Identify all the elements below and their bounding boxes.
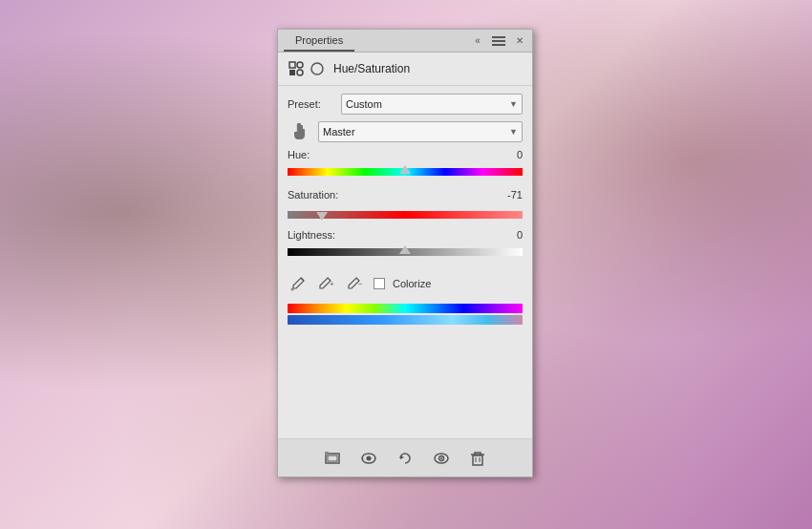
svg-rect-1 [297, 62, 303, 68]
hue-label-row: Hue: 0 [288, 149, 523, 160]
svg-marker-13 [400, 455, 404, 459]
preset-select[interactable]: Custom ▼ [341, 94, 523, 115]
adjusted-color-bar [288, 315, 523, 325]
light-value: 0 [494, 229, 523, 241]
delete-button[interactable] [467, 448, 488, 469]
svg-text:+: + [330, 280, 334, 288]
bottom-toolbar [278, 438, 532, 476]
circle-icon [309, 60, 326, 77]
svg-point-4 [311, 63, 323, 74]
eyedropper-colorize-row: + − Colorize [288, 273, 523, 294]
colorize-checkbox[interactable] [374, 278, 385, 289]
svg-rect-0 [289, 62, 295, 68]
panel-tabs: Properties [284, 31, 354, 52]
svg-point-16 [440, 457, 442, 459]
view-previous-button[interactable] [358, 448, 379, 469]
light-label: Lightness: [288, 229, 335, 241]
hue-label: Hue: [288, 149, 310, 160]
preset-label: Preset: [288, 98, 333, 110]
svg-text:−: − [358, 280, 363, 288]
collapse-button[interactable]: « [471, 34, 484, 48]
preset-value: Custom [346, 98, 382, 110]
reset-button[interactable] [395, 448, 416, 469]
svg-rect-2 [289, 70, 295, 75]
svg-rect-3 [297, 70, 303, 75]
spacer [288, 330, 523, 431]
panel-titlebar: Properties « ✕ [278, 30, 532, 53]
hue-row: Hue: 0 [288, 149, 523, 181]
visibility-button[interactable] [431, 448, 452, 469]
properties-panel: Properties « ✕ [277, 29, 533, 477]
color-bars [288, 304, 523, 325]
sat-label: Saturation: [288, 189, 338, 201]
light-slider-container [288, 243, 523, 262]
svg-rect-10 [325, 452, 329, 455]
svg-rect-17 [473, 455, 482, 465]
channel-row: Master ▼ [288, 120, 523, 143]
layer-mask-button[interactable] [322, 448, 343, 469]
colorize-label: Colorize [393, 278, 431, 289]
tab-properties[interactable]: Properties [284, 31, 354, 52]
panel-header-title: Hue/Saturation [333, 62, 410, 75]
menu-icon[interactable] [492, 36, 505, 46]
panel-controls: « ✕ [471, 34, 526, 48]
channel-select[interactable]: Master ▼ [318, 121, 523, 142]
sat-label-row: Saturation: -71 [288, 189, 523, 201]
hand-tool-icon[interactable] [288, 120, 310, 143]
preset-row: Preset: Custom ▼ [288, 94, 523, 115]
light-label-row: Lightness: 0 [288, 229, 523, 241]
lightness-row: Lightness: 0 [288, 229, 523, 262]
adjustment-icon [288, 60, 305, 77]
svg-point-5 [291, 288, 294, 291]
channel-value: Master [323, 126, 355, 138]
hue-value: 0 [494, 149, 523, 160]
saturation-row: Saturation: -71 [288, 189, 523, 222]
panel-header: Hue/Saturation [278, 53, 532, 86]
close-button[interactable]: ✕ [513, 34, 526, 48]
sat-slider-container [288, 202, 523, 222]
panel-body: Preset: Custom ▼ Master ▼ Hue: [278, 86, 532, 438]
preset-arrow: ▼ [509, 99, 518, 109]
sat-value: -71 [494, 189, 523, 201]
eyedropper-pick-button[interactable] [288, 273, 309, 294]
eyedropper-subtract-button[interactable]: − [345, 273, 366, 294]
hue-slider-container [288, 162, 523, 181]
eyedropper-add-button[interactable]: + [316, 273, 337, 294]
channel-arrow: ▼ [509, 127, 518, 137]
header-icons [288, 60, 326, 77]
rainbow-color-bar [288, 304, 523, 313]
svg-rect-9 [328, 455, 337, 461]
